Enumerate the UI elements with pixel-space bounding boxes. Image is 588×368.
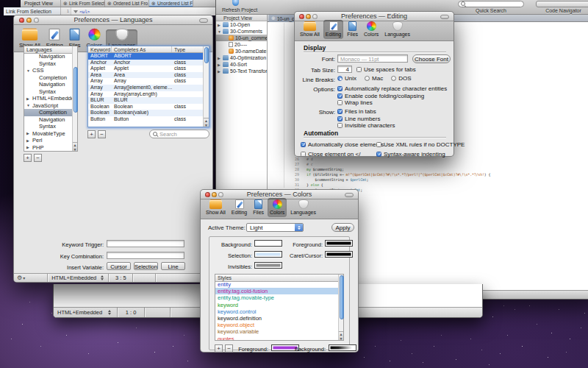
checkbox-row[interactable]: Files in tabs: [337, 108, 395, 116]
use-spaces-checkbox-row[interactable]: Use spaces for tabs: [356, 66, 416, 73]
style-item[interactable]: quotes: [215, 336, 338, 341]
gear-icon[interactable]: ⚙: [17, 274, 22, 283]
language-item[interactable]: ▼ CSS: [24, 67, 72, 74]
language-mode[interactable]: HTML+Embedded: [57, 309, 102, 316]
minimize-button[interactable]: [306, 14, 311, 19]
radio-row[interactable]: Mac: [365, 75, 383, 82]
disclosure-triangle-icon[interactable]: ▼: [26, 68, 31, 73]
language-item[interactable]: ▶ Perl: [24, 137, 72, 144]
choose-font-button[interactable]: Choose Font: [412, 54, 451, 63]
table-row[interactable]: ABORT ABORT: [88, 53, 203, 60]
close-tab-icon[interactable]: ⊗: [271, 15, 276, 21]
disclosure-triangle-icon[interactable]: ▶: [26, 131, 31, 135]
insert-variable-button[interactable]: Cursor: [107, 262, 131, 270]
popup-arrows-icon[interactable]: [108, 310, 111, 315]
close-tab-icon[interactable]: ⊗: [151, 1, 156, 7]
language-item[interactable]: Completion: [24, 109, 72, 116]
scrollbar-thumb[interactable]: [204, 47, 209, 63]
file-tab[interactable]: ⊗ Link From Selection: [61, 0, 105, 7]
column-header[interactable]: Type: [172, 46, 204, 52]
minimize-button[interactable]: [26, 18, 32, 23]
tree-item[interactable]: ▶ 40-Optimization: [216, 54, 267, 61]
code-navigator-button[interactable]: [536, 1, 588, 7]
language-item[interactable]: Navigation: [24, 116, 72, 124]
tree-item[interactable]: 30-nameDateStr…: [216, 48, 267, 54]
tree-item[interactable]: 10-un_comment…: [216, 35, 267, 41]
zoom-button[interactable]: [218, 192, 223, 197]
checkbox[interactable]: [337, 116, 343, 121]
key-combination-input[interactable]: [107, 252, 184, 259]
tree-item[interactable]: ▼ 30-Comments: [216, 28, 267, 35]
preferences-toolbar-item[interactable]: Show All: [204, 199, 228, 217]
checkbox[interactable]: [337, 109, 343, 114]
toolbar-toggle-button[interactable]: [199, 18, 208, 23]
preferences-toolbar-item[interactable]: Languages: [382, 20, 412, 39]
scrollbar[interactable]: ▲▼: [72, 46, 77, 151]
scrollbar-arrows[interactable]: ▲▼: [204, 118, 209, 127]
checkbox-row[interactable]: Enable code folding/collapsing: [337, 93, 447, 100]
caret-color-well[interactable]: [325, 251, 353, 258]
column-header[interactable]: Keyword: [88, 46, 112, 52]
language-item[interactable]: ▶ HTML+Embedded: [24, 95, 72, 102]
checkbox-row[interactable]: Wrap lines: [337, 99, 447, 107]
language-item[interactable]: Syntax: [24, 123, 72, 130]
style-item[interactable]: entity.tag.movable-type: [215, 294, 338, 301]
table-row[interactable]: BLUR BLUR: [88, 97, 203, 104]
preferences-toolbar-item[interactable]: Editing: [323, 20, 343, 39]
checkbox-row[interactable]: Syntax-aware indenting: [376, 149, 452, 159]
keyword-trigger-input[interactable]: [107, 240, 184, 247]
apply-button[interactable]: Apply: [331, 223, 354, 232]
title-bar[interactable]: Preferences — Languages: [14, 15, 212, 25]
checkbox[interactable]: [301, 142, 306, 147]
insert-variable-button[interactable]: Selection: [134, 262, 158, 270]
background-color-well[interactable]: [254, 240, 282, 247]
checkbox[interactable]: [376, 152, 381, 157]
preferences-toolbar-item[interactable]: Files: [345, 20, 360, 39]
foreground-color-well[interactable]: [325, 240, 353, 247]
close-button[interactable]: [19, 18, 24, 23]
insert-variable-button[interactable]: Line: [161, 262, 185, 270]
toolbar-toggle-button[interactable]: [345, 193, 354, 197]
checkbox[interactable]: [337, 123, 343, 128]
checkbox-row[interactable]: Automatically replace character entities: [337, 85, 447, 93]
search-input[interactable]: Search: [149, 130, 209, 138]
disclosure-triangle-icon[interactable]: ▼: [218, 29, 221, 34]
language-mode[interactable]: HTML+Embedded: [51, 275, 96, 281]
checkbox[interactable]: [337, 86, 343, 91]
checkbox-row[interactable]: Close element on </: [301, 149, 376, 159]
refresh-project-icon[interactable]: [232, 0, 239, 6]
invisibles-color-well[interactable]: [254, 262, 282, 269]
scrollbar-thumb[interactable]: [340, 275, 344, 319]
disclosure-triangle-icon[interactable]: ▼: [26, 103, 31, 107]
checkbox[interactable]: [337, 93, 343, 99]
scrollbar[interactable]: ▲▼: [203, 46, 209, 127]
tab-size-input[interactable]: 4: [337, 66, 352, 73]
style-item[interactable]: keyword.object: [215, 322, 338, 328]
quick-search-input[interactable]: [458, 1, 524, 7]
style-item[interactable]: keyword.control: [215, 308, 338, 315]
close-tab-icon[interactable]: ⊗: [107, 1, 112, 7]
disclosure-triangle-icon[interactable]: ▶: [26, 138, 31, 143]
table-row[interactable]: Button Button class: [88, 116, 203, 123]
style-item[interactable]: keyword: [215, 302, 338, 308]
file-tab[interactable]: ⊗ Unordered List F…: [149, 0, 193, 7]
preferences-toolbar-item[interactable]: Colors: [362, 20, 381, 39]
minimize-button[interactable]: [212, 192, 217, 197]
table-row[interactable]: Array Array([element0, eleme…: [88, 85, 203, 91]
theme-select[interactable]: Light: [246, 223, 304, 232]
disclosure-triangle-icon[interactable]: ▶: [26, 96, 31, 101]
popup-arrows-icon[interactable]: [101, 275, 104, 280]
add-keyword-button[interactable]: +: [87, 130, 96, 138]
checkbox-row[interactable]: Invisible characters: [337, 122, 395, 130]
table-row[interactable]: Boolean Boolean class: [88, 104, 203, 110]
scrollbar-thumb[interactable]: [74, 67, 78, 113]
tree-item[interactable]: ▶ 10-Open: [216, 21, 267, 28]
radio-button[interactable]: [337, 76, 343, 81]
column-header[interactable]: Completes As: [112, 46, 172, 52]
language-item[interactable]: ▶ MovableType: [24, 130, 72, 138]
style-item[interactable]: keyword.variable: [215, 328, 338, 335]
fold-arrow-icon[interactable]: [74, 10, 78, 13]
font-field[interactable]: Monaco — 11pt: [337, 54, 408, 63]
disclosure-triangle-icon[interactable]: ▶: [218, 63, 221, 67]
language-item[interactable]: Completion: [24, 74, 72, 82]
